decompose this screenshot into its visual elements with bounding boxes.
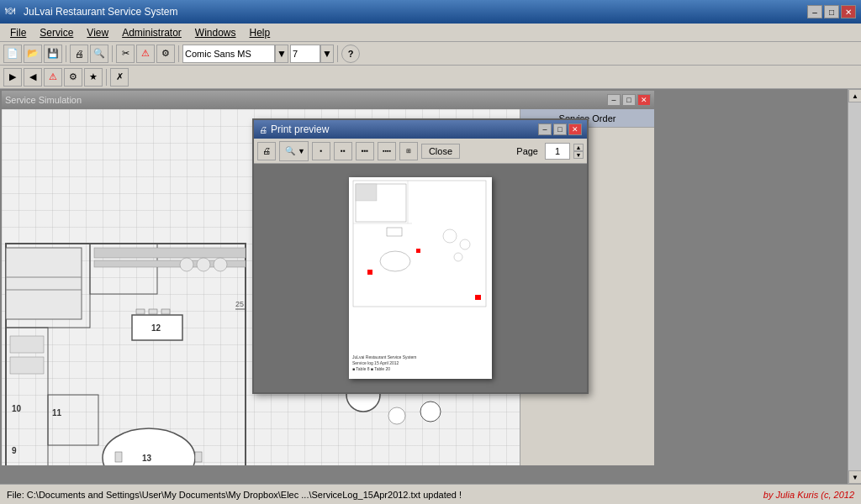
svg-text:12: 12 [151, 323, 161, 333]
pp-zoom-group: 🔍 ▼ [279, 141, 309, 161]
sim-maximize-btn[interactable]: □ [622, 94, 636, 106]
sim-minimize-btn[interactable]: – [607, 94, 621, 106]
print-preview-window: 🖨 Print preview – □ ✕ 🖨 🔍 ▼ ▪ ▪▪ ▪▪▪ ▪▪▪… [252, 118, 589, 394]
svg-rect-51 [387, 228, 402, 236]
preview-button[interactable]: 🔍 [90, 45, 108, 63]
sim-close-btn[interactable]: ✕ [637, 94, 651, 106]
svg-rect-12 [136, 309, 145, 314]
workspace: Service Simulation – □ ✕ Service Order [0, 89, 861, 484]
menu-windows[interactable]: Windows [188, 25, 243, 40]
settings-button[interactable]: ⚙ [156, 45, 175, 63]
status-left: File: C:\Documents and Settings\User\My … [7, 490, 462, 500]
svg-point-47 [388, 407, 405, 424]
scroll-track[interactable] [848, 102, 861, 470]
svg-text:11: 11 [52, 408, 62, 417]
tb2-btn6[interactable]: ✗ [110, 68, 129, 87]
pp-threepage-btn[interactable]: ▪▪▪ [356, 142, 374, 160]
svg-point-56 [443, 229, 457, 243]
font-selector: ▼ [182, 45, 288, 63]
right-scrollbar: ▲ ▼ [848, 89, 861, 484]
menu-view[interactable]: View [80, 25, 115, 40]
pp-minimize-btn[interactable]: – [538, 123, 552, 135]
pp-sixpage-btn[interactable]: ⊞ [399, 142, 418, 160]
close-button[interactable]: ✕ [841, 5, 856, 18]
maximize-button[interactable]: □ [824, 5, 839, 18]
pp-mini-floorplan [349, 177, 492, 312]
pp-zoom-arrow[interactable]: ▼ [298, 147, 305, 155]
svg-point-30 [197, 258, 210, 271]
pp-maximize-btn[interactable]: □ [553, 123, 567, 135]
tb2-btn5[interactable]: ★ [84, 68, 103, 87]
tb2-btn1[interactable]: ▶ [3, 68, 22, 87]
pp-fourpage-btn[interactable]: ▪▪▪▪ [378, 142, 396, 160]
app-window: 🍽 JuLvai Restaurant Service System – □ ✕… [0, 0, 861, 504]
sim-title-bar: Service Simulation – □ ✕ [2, 91, 654, 109]
menu-administrator[interactable]: Administrator [115, 25, 188, 40]
svg-point-45 [420, 402, 441, 422]
svg-text:10: 10 [12, 404, 22, 413]
svg-point-52 [380, 251, 410, 271]
svg-point-57 [460, 239, 470, 249]
svg-point-58 [454, 253, 462, 261]
svg-rect-5 [6, 248, 82, 319]
menu-help[interactable]: Help [243, 25, 277, 40]
scroll-down-btn[interactable]: ▼ [848, 470, 861, 484]
pp-close-btn[interactable]: ✕ [568, 123, 582, 135]
new-button[interactable]: 📄 [3, 45, 22, 63]
pp-close-label-btn[interactable]: Close [421, 144, 460, 159]
pp-page-input[interactable] [545, 143, 570, 160]
pp-twopage-btn[interactable]: ▪▪ [334, 142, 352, 160]
pp-print-btn[interactable]: 🖨 [257, 142, 276, 160]
menu-service[interactable]: Service [33, 25, 80, 40]
help-button[interactable]: ? [341, 45, 360, 63]
pp-page-label: Page [516, 146, 538, 156]
pp-page-down[interactable]: ▼ [573, 151, 584, 159]
warning-button[interactable]: ⚠ [136, 45, 155, 63]
separator-4 [337, 45, 338, 62]
font-name-input[interactable] [182, 45, 275, 63]
save-button[interactable]: 💾 [44, 45, 62, 63]
window-controls: – □ ✕ [807, 5, 856, 18]
svg-text:25: 25 [235, 300, 244, 308]
app-icon: 🍽 [5, 5, 18, 18]
svg-rect-33 [195, 452, 202, 462]
pp-content: JuLvai Restaurant Service System Service… [254, 164, 587, 392]
pp-title-bar: 🖨 Print preview – □ ✕ [254, 120, 587, 139]
size-dropdown-btn[interactable]: ▼ [320, 45, 334, 63]
separator-5 [106, 69, 107, 86]
pp-page-inner: JuLvai Restaurant Service System Service… [349, 177, 492, 379]
svg-rect-28 [10, 357, 44, 374]
pp-page-up[interactable]: ▲ [573, 144, 584, 151]
font-size-input[interactable] [290, 45, 320, 63]
font-dropdown-btn[interactable]: ▼ [275, 45, 288, 63]
pp-toolbar: 🖨 🔍 ▼ ▪ ▪▪ ▪▪▪ ▪▪▪▪ ⊞ Close Page ▲ ▼ [254, 139, 587, 164]
cut-button[interactable]: ✂ [116, 45, 135, 63]
open-button[interactable]: 📂 [24, 45, 42, 63]
pp-mini-text: JuLvai Restaurant Service System Service… [352, 354, 416, 372]
tb2-btn4[interactable]: ⚙ [64, 68, 82, 87]
pp-title: Print preview [271, 123, 536, 135]
svg-text:13: 13 [142, 454, 152, 463]
svg-rect-14 [161, 309, 170, 314]
pp-zoom-btn[interactable]: 🔍 [283, 142, 298, 160]
minimize-button[interactable]: – [807, 5, 822, 18]
svg-rect-53 [367, 270, 372, 275]
svg-rect-8 [94, 248, 246, 258]
title-bar: 🍽 JuLvai Restaurant Service System – □ ✕ [0, 0, 861, 24]
menu-bar: File Service View Administrator Windows … [0, 24, 861, 42]
svg-rect-55 [416, 249, 420, 253]
scroll-up-btn[interactable]: ▲ [848, 89, 861, 102]
svg-rect-50 [356, 184, 377, 201]
pp-page: JuLvai Restaurant Service System Service… [349, 177, 492, 379]
separator-1 [66, 45, 66, 62]
tb2-btn2[interactable]: ◀ [24, 68, 42, 87]
toolbar-2: ▶ ◀ ⚠ ⚙ ★ ✗ [0, 66, 861, 89]
pp-icon: 🖨 [259, 125, 267, 134]
menu-file[interactable]: File [3, 25, 33, 40]
pp-page-spin: ▲ ▼ [573, 144, 584, 159]
print-button[interactable]: 🖨 [70, 45, 88, 63]
font-size-selector: ▼ [290, 45, 334, 63]
tb2-btn3[interactable]: ⚠ [44, 68, 62, 87]
separator-2 [112, 45, 113, 62]
pp-onepage-btn[interactable]: ▪ [312, 142, 330, 160]
